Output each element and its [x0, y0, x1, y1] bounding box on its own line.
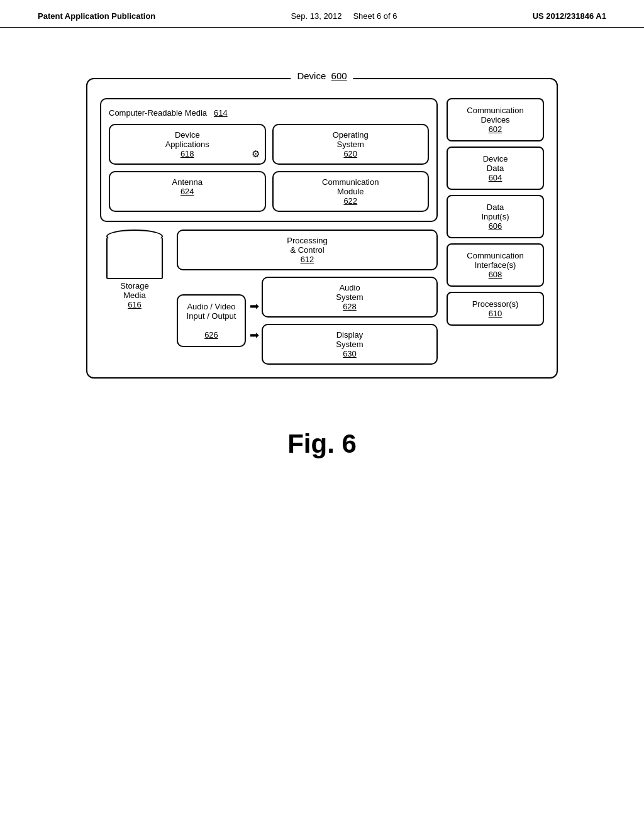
data-inputs-num: 606: [453, 221, 538, 231]
antenna-label: Antenna: [172, 177, 203, 187]
display-system-label: DisplaySystem: [336, 330, 363, 349]
processing-control-label: Processing& Control: [287, 236, 327, 255]
communication-module-num: 622: [281, 196, 421, 206]
audio-system-num: 628: [270, 302, 429, 311]
device-data-label: DeviceData: [483, 154, 508, 173]
diagram: Device 600 Computer-Readable Media 614 D…: [86, 78, 558, 379]
storage-media-label: StorageMedia616: [120, 281, 149, 309]
operating-system-label: OperatingSystem: [333, 130, 369, 149]
display-system-box: DisplaySystem 630: [262, 324, 438, 365]
figure-caption: Fig. 6: [287, 429, 357, 459]
device-applications-num: 618: [118, 149, 257, 158]
antenna-num: 624: [118, 187, 257, 196]
right-sidebar: CommunicationDevices 602 DeviceData 604 …: [447, 98, 544, 365]
processors-label: Processor(s): [472, 299, 519, 309]
header-right: US 2012/231846 A1: [533, 11, 606, 21]
page-header: Patent Application Publication Sep. 13, …: [0, 0, 644, 28]
av-label: Audio / VideoInput / Output: [183, 302, 240, 321]
communication-module-box: CommunicationModule 622: [272, 171, 430, 212]
data-inputs-label: DataInput(s): [481, 202, 509, 221]
comm-interfaces-box: CommunicationInterface(s) 608: [447, 243, 544, 287]
storage-cylinder: [106, 230, 163, 280]
crm-box: Computer-Readable Media 614 DeviceApplic…: [100, 98, 438, 222]
gear-icon: ⚙: [252, 148, 260, 160]
comm-interfaces-label: CommunicationInterface(s): [467, 251, 523, 270]
data-inputs-box: DataInput(s) 606: [447, 195, 544, 238]
cylinder-body: [106, 238, 163, 279]
arrow-right-top: ➡: [250, 299, 259, 313]
processing-control-box: Processing& Control 612: [177, 230, 438, 270]
middle-col: Processing& Control 612 Audio / VideoInp…: [177, 230, 438, 365]
processors-num: 610: [453, 309, 538, 318]
storage-media-wrap: StorageMedia616: [100, 230, 169, 309]
display-system-num: 630: [270, 349, 429, 358]
header-center: Sep. 13, 2012 Sheet 6 of 6: [291, 11, 397, 21]
comm-devices-label: CommunicationDevices: [467, 106, 523, 124]
processors-box: Processor(s) 610: [447, 292, 544, 326]
device-data-box: DeviceData 604: [447, 147, 544, 190]
crm-inner: DeviceApplications 618 ⚙ OperatingSystem…: [109, 124, 429, 212]
arrow-right-bottom: ➡: [250, 328, 259, 342]
av-num: 626: [183, 330, 240, 340]
main-content: Device 600 Computer-Readable Media 614 D…: [0, 28, 644, 484]
audio-display-col: AudioSystem 628 DisplaySystem 630: [262, 277, 438, 365]
device-applications-label: DeviceApplications: [165, 130, 209, 149]
bottom-section: StorageMedia616 Processing& Control 612: [100, 230, 438, 365]
audio-system-label: AudioSystem: [336, 283, 363, 302]
comm-interfaces-num: 608: [453, 270, 538, 279]
av-row: Audio / VideoInput / Output 626 ➡ ➡: [177, 277, 438, 365]
device-title: Device 600: [291, 70, 353, 81]
crm-title: Computer-Readable Media 614: [109, 108, 429, 118]
device-applications-box: DeviceApplications 618 ⚙: [109, 124, 266, 165]
communication-module-label: CommunicationModule: [322, 177, 379, 196]
av-box: Audio / VideoInput / Output 626: [177, 294, 246, 347]
antenna-box: Antenna 624: [109, 171, 266, 212]
av-right: ➡ ➡ AudioSystem 628: [250, 277, 438, 365]
processing-control-num: 612: [186, 255, 429, 264]
comm-devices-box: CommunicationDevices 602: [447, 98, 544, 141]
device-box: Device 600 Computer-Readable Media 614 D…: [86, 78, 558, 379]
audio-system-box: AudioSystem 628: [262, 277, 438, 318]
header-date: Sep. 13, 2012: [291, 11, 341, 21]
arrows-col: ➡ ➡: [250, 299, 259, 342]
comm-devices-num: 602: [453, 124, 538, 134]
device-num: 600: [331, 70, 347, 81]
header-left: Patent Application Publication: [38, 11, 155, 21]
left-content: Computer-Readable Media 614 DeviceApplic…: [100, 98, 438, 365]
header-sheet: Sheet 6 of 6: [353, 11, 397, 21]
device-data-num: 604: [453, 173, 538, 182]
operating-system-box: OperatingSystem 620: [272, 124, 430, 165]
operating-system-num: 620: [281, 149, 421, 158]
